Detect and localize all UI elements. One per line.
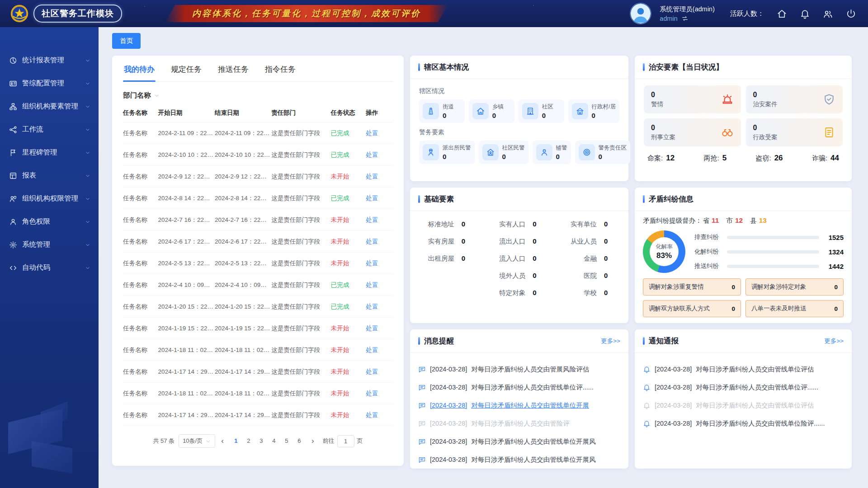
notices-more-link[interactable]: 更多>> — [824, 337, 844, 345]
table-row: 任务名称 2024-1-17 14：29：11 2024-1-17 14：29：… — [123, 361, 393, 383]
basic-stat: 从业人员 0 — [552, 237, 624, 246]
todo-tab[interactable]: 指令任务 — [264, 56, 297, 81]
handle-link[interactable]: 处置 — [366, 173, 378, 180]
handle-link[interactable]: 处置 — [366, 238, 378, 245]
notice-item[interactable]: [2024-03-28] 对每日涉矛盾纠纷人员交由管线单位险评...... — [643, 414, 844, 432]
department-cell: 这是责任部门字段 — [271, 166, 330, 188]
task-name-cell: 任务名称 — [123, 253, 158, 274]
task-name-cell: 任务名称 — [123, 383, 158, 404]
notice-item[interactable]: [2024-03-28] 对每日涉矛盾纠纷人员交由管线单位评估 — [643, 360, 844, 378]
district-stat: 乡镇 0 — [469, 99, 514, 123]
logout-power-icon[interactable] — [846, 9, 856, 19]
department-filter[interactable]: 部门名称 — [123, 91, 393, 100]
stat-value: 0 — [556, 153, 567, 160]
start-date-cell: 2024-1-18 11：02：45 — [158, 339, 215, 361]
message-item[interactable]: [2024-03-28] 对每日涉矛盾纠纷人员交由管线单位开展风 — [418, 432, 620, 450]
handle-link[interactable]: 处置 — [366, 325, 378, 332]
end-date-cell: 2024-2-9 12：22：49 — [215, 166, 271, 188]
sidebar-item[interactable]: 警综配置管理 — [0, 72, 99, 95]
basic-stat: 标准地址 0 — [410, 220, 481, 229]
district-card-title: 辖区基本情况 — [410, 56, 628, 79]
sidebar-item[interactable]: 组织机构权限管理 — [0, 187, 99, 210]
username: admin — [660, 15, 678, 22]
page-number-button[interactable]: 1 — [230, 435, 242, 447]
page-number-button[interactable]: 6 — [293, 435, 306, 447]
handle-link[interactable]: 处置 — [366, 412, 378, 418]
crime-summary-item: 两抢: 5 — [703, 154, 726, 163]
handle-link[interactable]: 处置 — [366, 347, 378, 353]
todo-tab[interactable]: 我的待办 — [123, 56, 156, 81]
page-size-select[interactable]: 10条/页 — [179, 434, 215, 448]
basic-stat: 金融 0 — [552, 254, 624, 263]
message-item[interactable]: [2024-03-28] 对每日涉矛盾纠纷人员交由管线单位开展 — [418, 396, 620, 414]
stat-value: 0 — [492, 112, 504, 119]
handle-link[interactable]: 处置 — [366, 282, 378, 288]
police-stat: 派出所民警 0 — [419, 141, 475, 164]
contacts-icon[interactable] — [823, 9, 833, 19]
table-row: 任务名称 2024-2-5 13：22：49 2024-2-5 13：22：49… — [123, 253, 393, 274]
message-item[interactable]: [2024-03-28] 对每日涉矛盾纠纷人员交由管线单位评...... — [418, 378, 620, 396]
sidebar-item-label: 自动代码 — [22, 263, 50, 272]
sidebar-item[interactable]: 工作流 — [0, 118, 99, 141]
handle-link[interactable]: 处置 — [366, 260, 378, 267]
dispute-filter-button[interactable]: 八单一表未及时推送 0 — [745, 300, 844, 317]
switch-user-icon[interactable] — [681, 15, 689, 22]
sidebar-item[interactable]: 报表 — [0, 164, 99, 187]
police-stat: 辅警 0 — [533, 141, 571, 164]
sidebar-item[interactable]: 系统管理 — [0, 233, 99, 256]
notification-bell-icon[interactable] — [800, 9, 810, 19]
page-number-button[interactable]: 2 — [242, 435, 255, 447]
handle-link[interactable]: 处置 — [366, 368, 378, 375]
dispute-filter-button[interactable]: 调解对象涉特定对象 0 — [745, 278, 844, 296]
sidebar-item[interactable]: 组织机构要素管理 — [0, 95, 99, 118]
dispute-filter-button[interactable]: 调解双方缺联系人方式 0 — [643, 300, 741, 317]
notice-item[interactable]: [2024-03-28] 对每日涉矛盾纠纷人员交由管线单位评...... — [643, 378, 844, 396]
home-icon[interactable] — [777, 9, 787, 19]
handle-link[interactable]: 处置 — [366, 390, 378, 397]
notices-card-title: 通知通报 更多>> — [635, 329, 852, 353]
org-permission-icon — [9, 195, 17, 203]
sidebar-item[interactable]: 里程碑管理 — [0, 141, 99, 164]
task-name-cell: 任务名称 — [123, 361, 158, 383]
notice-item[interactable]: [2024-03-28] 对每日涉矛盾纠纷人员交由管线单位评估 — [643, 396, 844, 414]
page-number-button[interactable]: 5 — [280, 435, 293, 447]
message-icon — [418, 420, 426, 427]
message-item[interactable]: [2024-03-28] 对每日涉矛盾纠纷人员交由管展风险评估 — [418, 360, 620, 378]
next-page-button[interactable]: › — [310, 436, 316, 446]
status-badge: 已完成 — [331, 282, 349, 288]
sidebar-item-label: 警综配置管理 — [22, 79, 64, 88]
handle-link[interactable]: 处置 — [366, 216, 378, 223]
todo-tab[interactable]: 推送任务 — [217, 56, 250, 81]
message-item[interactable]: [2024-03-28] 对每日涉矛盾纠纷人员交由管线单位开展风 — [418, 450, 620, 469]
goto-page-input[interactable] — [337, 435, 354, 447]
handle-link[interactable]: 处置 — [366, 130, 378, 136]
department-cell: 这是责任部门字段 — [271, 209, 330, 231]
task-name-cell: 任务名称 — [123, 318, 158, 339]
todo-tab[interactable]: 规定任务 — [170, 56, 203, 81]
handcuffs-icon — [721, 126, 734, 139]
chevron-down-icon — [85, 242, 90, 248]
messages-more-link[interactable]: 更多>> — [601, 337, 620, 345]
page-number-button[interactable]: 3 — [255, 435, 268, 447]
dispute-filter-button[interactable]: 调解对象涉重复警情 0 — [643, 278, 741, 296]
district-stat: 街道 0 — [419, 99, 465, 123]
page-number-button[interactable]: 4 — [268, 435, 280, 447]
sidebar-item[interactable]: 统计报表管理 — [0, 49, 99, 72]
department-cell: 这是责任部门字段 — [271, 188, 330, 209]
handle-link[interactable]: 处置 — [366, 303, 378, 310]
tab-home[interactable]: 首页 — [112, 33, 141, 49]
id-card-icon — [9, 80, 17, 88]
prev-page-button[interactable]: ‹ — [219, 436, 226, 446]
handle-link[interactable]: 处置 — [366, 151, 378, 158]
sidebar-item[interactable]: 自动代码 — [0, 256, 99, 279]
security-card: 治安要素【当日状况】 0 警情 — [635, 56, 852, 181]
end-date-cell: 2024-2-10 10：22：32 — [215, 144, 271, 166]
stat-label: 乡镇 — [492, 103, 504, 111]
message-item[interactable]: [2024-03-28] 对每日涉矛盾纠纷人员交由管险评 — [418, 414, 620, 432]
department-cell: 这是责任部门字段 — [271, 122, 330, 144]
sidebar-item-label: 系统管理 — [22, 240, 50, 249]
user-avatar[interactable] — [631, 4, 651, 23]
sidebar-item[interactable]: 角色权限 — [0, 210, 99, 233]
message-icon — [418, 384, 426, 391]
handle-link[interactable]: 处置 — [366, 195, 378, 202]
